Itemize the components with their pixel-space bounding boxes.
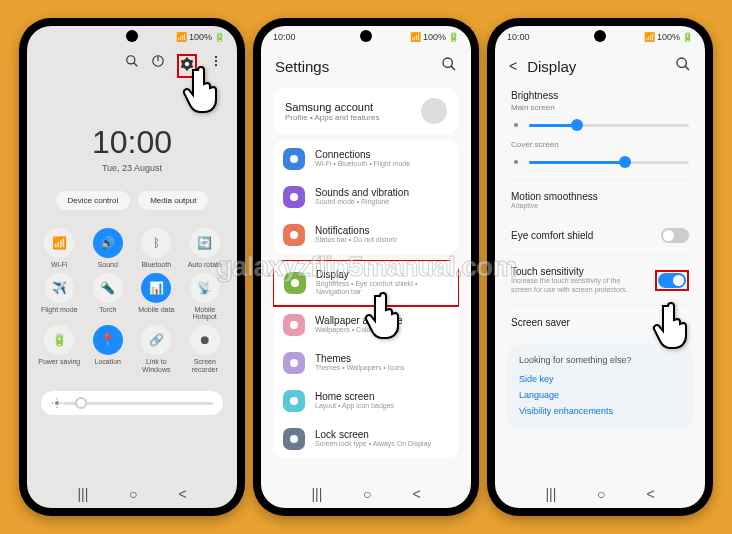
pointer-hand-icon	[179, 64, 221, 118]
svg-point-12	[443, 58, 452, 67]
search-icon[interactable]	[675, 56, 691, 76]
pointer-hand-icon	[361, 290, 403, 344]
nav-recent[interactable]: |||	[311, 486, 322, 502]
qs-auto-rotate[interactable]: 🔄Auto rotate	[183, 228, 228, 269]
qs-power-saving[interactable]: 🔋Power saving	[37, 325, 82, 373]
svg-point-20	[290, 397, 298, 405]
phone-settings-list: 10:00 📶100%🔋 Settings Samsung account Pr…	[253, 18, 479, 516]
qs-mobile-data[interactable]: 📊Mobile data	[134, 273, 179, 321]
qs-wi-fi[interactable]: 📶Wi-Fi	[37, 228, 82, 269]
phone-quicksettings: 📶100%🔋 10:00 Tue, 23 August Device contr…	[19, 18, 245, 516]
pointer-hand-icon	[649, 300, 691, 354]
nav-back[interactable]: <	[646, 486, 654, 502]
svg-point-15	[290, 193, 298, 201]
settings-item-sounds-and-vibration[interactable]: Sounds and vibrationSound mode • Rington…	[273, 178, 459, 216]
qs-torch[interactable]: 🔦Torch	[86, 273, 131, 321]
svg-point-5	[215, 60, 217, 62]
settings-item-notifications[interactable]: NotificationsStatus bar • Do not disturb	[273, 216, 459, 254]
svg-line-1	[134, 63, 138, 67]
nav-back[interactable]: <	[178, 486, 186, 502]
search-icon[interactable]	[441, 56, 457, 76]
settings-item-connections[interactable]: ConnectionsWi-Fi • Bluetooth • Flight mo…	[273, 140, 459, 178]
svg-point-7	[55, 401, 59, 405]
svg-point-19	[290, 359, 298, 367]
settings-item-lock-screen[interactable]: Lock screenScreen lock type • Always On …	[273, 420, 459, 458]
cover-brightness-slider[interactable]	[495, 155, 705, 177]
camera-notch	[360, 30, 372, 42]
svg-point-4	[215, 56, 217, 58]
svg-point-16	[290, 231, 298, 239]
qs-bluetooth[interactable]: ᛒBluetooth	[134, 228, 179, 269]
qs-flight-mode[interactable]: ✈️Flight mode	[37, 273, 82, 321]
svg-point-14	[290, 155, 298, 163]
back-button[interactable]: <	[509, 58, 517, 74]
svg-point-0	[127, 56, 135, 64]
svg-line-23	[685, 66, 689, 70]
svg-point-21	[290, 435, 298, 443]
settings-item-home-screen[interactable]: Home screenLayout • App icon badges	[273, 382, 459, 420]
nav-home[interactable]: ○	[363, 486, 371, 502]
touch-sensitivity-toggle[interactable]	[658, 273, 686, 288]
svg-point-18	[290, 321, 298, 329]
touch-sensitivity-row[interactable]: Touch sensitivityIncrease the touch sens…	[495, 257, 705, 303]
nav-back[interactable]: <	[412, 486, 420, 502]
device-control-chip[interactable]: Device control	[56, 191, 131, 210]
svg-point-22	[677, 58, 686, 67]
svg-line-13	[451, 66, 455, 70]
camera-notch	[594, 30, 606, 42]
svg-point-17	[291, 279, 299, 287]
visibility-link[interactable]: Visibility enhancements	[519, 403, 681, 419]
samsung-account-card[interactable]: Samsung account Profile • Apps and featu…	[273, 88, 459, 134]
settings-list: ConnectionsWi-Fi • Bluetooth • Flight mo…	[273, 140, 459, 254]
qs-mobile-hotspot[interactable]: 📡Mobile Hotspot	[183, 273, 228, 321]
page-title: Settings	[275, 58, 329, 75]
svg-point-25	[514, 160, 518, 164]
avatar	[421, 98, 447, 124]
nav-home[interactable]: ○	[597, 486, 605, 502]
quick-settings-grid: 📶Wi-Fi🔊SoundᛒBluetooth🔄Auto rotate✈️Flig…	[27, 218, 237, 383]
clock-widget: 10:00 Tue, 23 August	[27, 124, 237, 173]
nav-recent[interactable]: |||	[545, 486, 556, 502]
camera-notch	[126, 30, 138, 42]
settings-item-themes[interactable]: ThemesThemes • Wallpapers • Icons	[273, 344, 459, 382]
looking-for-card: Looking for something else? Side key Lan…	[507, 345, 693, 429]
qs-link-to-windows[interactable]: 🔗Link to Windows	[134, 325, 179, 373]
nav-bar: ||| ○ <	[27, 486, 237, 502]
side-key-link[interactable]: Side key	[519, 371, 681, 387]
nav-bar: ||| ○ <	[495, 486, 705, 502]
main-brightness-slider[interactable]	[495, 118, 705, 140]
qs-location[interactable]: 📍Location	[86, 325, 131, 373]
svg-point-24	[514, 123, 518, 127]
page-title: Display	[527, 58, 576, 75]
nav-home[interactable]: ○	[129, 486, 137, 502]
brightness-heading: Brightness	[495, 88, 705, 103]
motion-smoothness-row[interactable]: Motion smoothnessAdaptive	[495, 182, 705, 219]
phone-display-settings: 10:00 📶100%🔋 < Display Brightness Main s…	[487, 18, 713, 516]
brightness-slider[interactable]	[41, 391, 223, 415]
eye-comfort-toggle[interactable]	[661, 228, 689, 243]
nav-bar: ||| ○ <	[261, 486, 471, 502]
eye-comfort-row[interactable]: Eye comfort shield	[495, 219, 705, 252]
media-output-chip[interactable]: Media output	[138, 191, 208, 210]
power-icon[interactable]	[151, 54, 165, 78]
qs-sound[interactable]: 🔊Sound	[86, 228, 131, 269]
language-link[interactable]: Language	[519, 387, 681, 403]
search-icon[interactable]	[125, 54, 139, 78]
nav-recent[interactable]: |||	[77, 486, 88, 502]
qs-screen-recorder[interactable]: ⏺Screen recorder	[183, 325, 228, 373]
